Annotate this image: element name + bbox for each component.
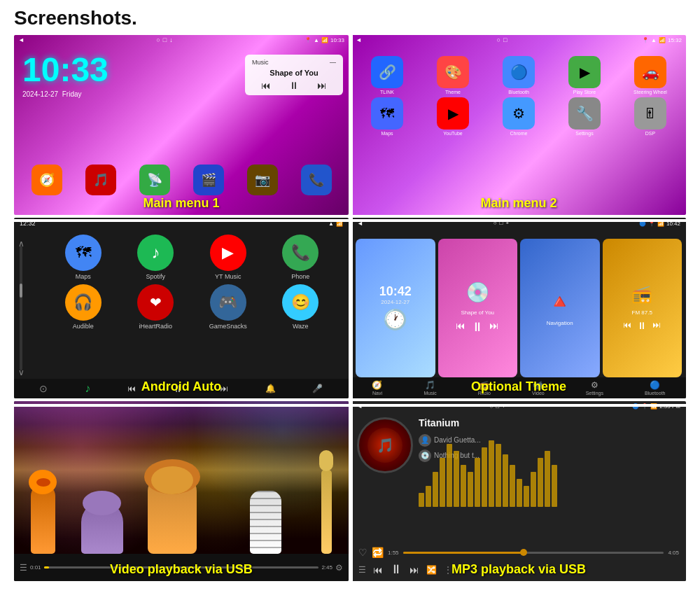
screen6-label: MP3 playback via USB: [351, 562, 686, 577]
tlink-app[interactable]: 🔗 TLINK: [356, 56, 419, 95]
artist-icon: 👤: [419, 434, 431, 447]
phone-aa-app[interactable]: 📞 Phone: [267, 235, 335, 280]
waze-aa-app[interactable]: 😊 Waze: [267, 284, 335, 330]
album-icon: 💿: [419, 449, 431, 462]
music-widget-header: Music —: [252, 59, 336, 66]
song-title: Shape of You: [252, 69, 336, 77]
mp3-progress-fill: [403, 552, 526, 554]
notif-icon: ↓: [169, 36, 173, 43]
character-group-left: [31, 484, 55, 554]
statusbar-2: ◄ ○□ 📍▲📶15:32: [351, 35, 686, 45]
music-app[interactable]: 🎵: [85, 165, 116, 195]
music-controls[interactable]: ⏮ ⏸ ⏭: [252, 80, 336, 91]
character-giraffe: [321, 470, 332, 554]
mp3-artist-row: 👤 David Guetta...: [419, 434, 680, 447]
scroll-down-button[interactable]: ∨: [18, 368, 24, 377]
playstore-app[interactable]: ▶ Play Store: [553, 56, 616, 95]
mp3-artist-name: David Guetta...: [434, 436, 481, 444]
video-app[interactable]: 🎬: [193, 165, 224, 195]
repeat-icon[interactable]: 🔁: [372, 547, 384, 558]
status-icons-1: 📍▲📶 10:33: [304, 37, 344, 43]
minimize-icon[interactable]: —: [330, 59, 336, 66]
eq-bar: [531, 472, 536, 507]
mp3-main-content: 🎵 Titanium 👤 David Guetta... 💿 Nothing b…: [351, 412, 686, 547]
square-icon: □: [163, 36, 167, 43]
nav-app[interactable]: 🧭: [31, 165, 62, 195]
nav-label: Navigation: [547, 320, 573, 326]
eq-bar: [538, 458, 543, 507]
scroll-track[interactable]: [20, 246, 22, 370]
theme-song-name: Shape of You: [461, 309, 494, 316]
scroll-up-button[interactable]: ∧: [18, 239, 24, 249]
eq-bar: [433, 472, 438, 507]
camera-app[interactable]: 📷: [247, 165, 278, 195]
eq-bar: [426, 486, 431, 507]
settings-app[interactable]: 🔧 Settings: [553, 97, 616, 136]
radio-play-btn[interactable]: ⏸: [637, 320, 647, 331]
screen5-label: Video playback via USB: [14, 562, 349, 577]
clock-theme-card[interactable]: 10:42 2024-12-27 🕐: [356, 239, 435, 377]
wifi-app[interactable]: 📡: [139, 165, 170, 195]
theme-clock-time: 10:42: [379, 284, 412, 299]
eq-bar: [503, 454, 508, 507]
mp3-progress-bar[interactable]: [403, 552, 664, 554]
radio-prev-btn[interactable]: ⏮: [623, 320, 631, 331]
screen4-label: Optional Theme: [351, 379, 686, 394]
phone-app[interactable]: 📞: [301, 165, 332, 195]
character-zebra: [250, 491, 281, 554]
mp3-time-current: 1:55: [388, 550, 399, 556]
maps-app[interactable]: 🗺 Maps: [356, 97, 419, 136]
character-lion: [148, 477, 197, 554]
mp3-progress-dot[interactable]: [520, 549, 527, 556]
bluetooth-app[interactable]: 🔵 Bluetooth: [487, 56, 550, 95]
spotify-aa-app[interactable]: ♪ Spotify: [122, 235, 190, 280]
youtube-app[interactable]: ▶ YouTube: [421, 97, 484, 136]
character-group-mid: [81, 501, 123, 554]
app-row-1: 🧭 🎵 📡 🎬 📷 📞: [14, 165, 349, 195]
next-button[interactable]: ⏭: [317, 80, 327, 91]
gamesnacks-aa-app[interactable]: 🎮 GameSnacks: [194, 284, 262, 330]
dsp-app[interactable]: 🎚 DSP: [619, 97, 682, 136]
screen-video-playback: ☰ 0:01 2:45 ⚙ Video playback via USB: [14, 401, 349, 581]
radio-next-btn[interactable]: ⏭: [652, 320, 661, 331]
mp3-progress-row: ♡ 🔁 1:55 4:05: [358, 547, 679, 558]
radio-theme-card[interactable]: 📻 FM 87.5 ⏮ ⏸ ⏭: [603, 239, 682, 377]
mp3-time-total: 4:05: [668, 550, 679, 556]
play-pause-button[interactable]: ⏸: [289, 80, 299, 91]
music-theme-card[interactable]: 💿 Shape of You ⏮ ⏸ ⏭: [438, 239, 518, 377]
screen2-label: Main menu 2: [351, 196, 686, 211]
video-frame: [14, 401, 349, 554]
music-widget[interactable]: Music — Shape of You ⏮ ⏸ ⏭: [245, 55, 343, 95]
chrome-app[interactable]: ⚙ Chrome: [487, 97, 550, 136]
screen-main-menu-2: ◄ ○□ 📍▲📶15:32 🔗 TLINK 🎨 Theme: [351, 35, 686, 215]
theme-prev-btn[interactable]: ⏮: [456, 320, 465, 335]
eq-bar: [482, 447, 487, 507]
eq-bar: [517, 479, 522, 507]
eq-bar: [461, 465, 466, 507]
theme-play-btn[interactable]: ⏸: [471, 320, 484, 335]
nav-theme-card[interactable]: 🔺 Navigation: [520, 239, 600, 377]
back-icon: ◄: [18, 36, 24, 43]
eq-bar: [496, 444, 501, 507]
ytmusic-aa-app[interactable]: ▶ YT Music: [194, 235, 262, 280]
scroll-thumb[interactable]: [20, 284, 22, 298]
eq-bar: [454, 451, 459, 507]
screen-optional-theme: ◄ ○□+ 🔵📍📶10:42 10:42 2024-12-27 🕐 💿 Shap…: [351, 218, 686, 398]
eq-bar: [447, 444, 452, 507]
status-icons-2: 📍▲📶15:32: [642, 37, 682, 43]
heart-icon[interactable]: ♡: [358, 547, 368, 558]
steering-app[interactable]: 🚗 Steering Wheel: [619, 56, 682, 95]
prev-button[interactable]: ⏮: [261, 80, 271, 91]
eq-bar: [419, 493, 424, 507]
audible-aa-app[interactable]: 🎧 Audible: [49, 284, 118, 330]
iheartradio-aa-app[interactable]: ❤ iHeartRadio: [122, 284, 190, 330]
radio-freq-label: FM 87.5: [632, 309, 652, 316]
theme-app[interactable]: 🎨 Theme: [421, 56, 484, 95]
screen3-label: Android Auto: [14, 379, 349, 394]
page-title: Screenshots.: [0, 0, 700, 35]
eq-bar: [468, 472, 473, 507]
eq-bar: [440, 458, 445, 507]
maps-aa-app[interactable]: 🗺 Maps: [49, 235, 118, 280]
back-icon-2: ◄: [356, 36, 362, 43]
theme-next-btn[interactable]: ⏭: [489, 320, 499, 335]
